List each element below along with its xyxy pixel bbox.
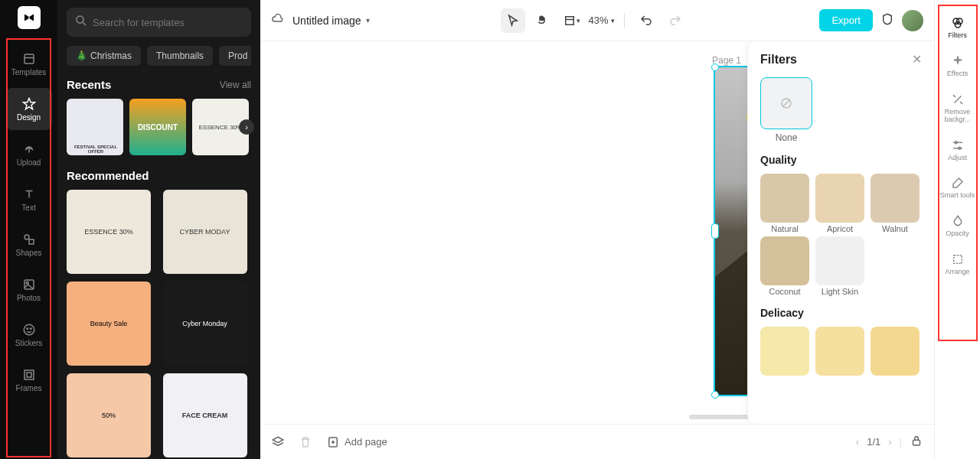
rr-filters[interactable]: Filters [939, 11, 976, 44]
rail-label: Shapes [16, 249, 42, 257]
svg-point-6 [24, 324, 34, 335]
recents-title: Recents [67, 78, 111, 91]
rr-remove-bg[interactable]: Remove backgr... [939, 87, 976, 129]
svg-rect-36 [953, 256, 962, 264]
lock-button[interactable] [910, 434, 923, 450]
shield-icon[interactable] [880, 12, 894, 29]
category-chips: 🎄Christmas Thumbnails Prod [67, 46, 251, 66]
document-title[interactable]: Untitled image [292, 15, 361, 27]
filter-delicacy-2[interactable] [815, 327, 864, 377]
rail-label: Text [21, 203, 35, 212]
filter-light-skin[interactable]: Light Skin [815, 236, 864, 296]
bottom-bar: Add page ‹ 1/1 › | [260, 424, 934, 459]
rail-upload[interactable]: Upload [6, 133, 52, 175]
delete-button[interactable] [299, 435, 312, 449]
smart-tools-icon [950, 175, 965, 190]
search-input[interactable] [93, 17, 243, 28]
rr-adjust[interactable]: Adjust [939, 133, 976, 167]
effects-icon [950, 54, 965, 69]
svg-point-2 [24, 235, 29, 239]
template-thumb[interactable]: Beauty Sale [67, 282, 151, 366]
filter-natural[interactable]: Natural [760, 174, 809, 233]
filter-delicacy-3[interactable] [871, 327, 920, 377]
resize-handle-bl[interactable] [711, 391, 719, 399]
app-logo[interactable] [18, 6, 41, 29]
title-dropdown[interactable]: ▾ [366, 16, 370, 24]
filter-none[interactable] [760, 77, 812, 129]
rail-shapes[interactable]: Shapes [6, 223, 52, 265]
filter-row: Natural Apricot Walnut [760, 174, 922, 233]
next-page[interactable]: › [888, 436, 891, 448]
rr-opacity[interactable]: Opacity [939, 209, 976, 243]
rail-stickers[interactable]: Stickers [6, 314, 52, 356]
recommended-header: Recommended [67, 169, 251, 182]
zoom-control[interactable]: 43% ▾ [588, 15, 615, 26]
undo-button[interactable] [634, 8, 658, 33]
photos-icon [21, 277, 37, 292]
filter-category-quality: Quality [760, 154, 922, 166]
rr-label: Adjust [948, 155, 967, 162]
recents-row: FESTIVAL SPECIAL OFFER DISCOUNT ESSENCE … [67, 99, 251, 155]
filter-walnut[interactable]: Walnut [871, 174, 920, 233]
svg-rect-13 [566, 16, 574, 24]
filter-coconut[interactable]: Coconut [760, 236, 809, 296]
rr-label: Opacity [946, 230, 969, 238]
svg-point-7 [27, 328, 28, 330]
rr-smart-tools[interactable]: Smart tools [939, 171, 976, 204]
chip-thumbnails[interactable]: Thumbnails [147, 46, 213, 66]
hand-tool[interactable] [530, 8, 554, 33]
close-icon[interactable]: ✕ [912, 52, 922, 67]
user-avatar[interactable] [902, 10, 923, 31]
template-thumb[interactable]: 50% [67, 373, 151, 457]
rr-label: Filters [948, 32, 967, 40]
carousel-next[interactable]: › [239, 119, 254, 135]
filters-header: Filters ✕ [760, 52, 922, 67]
template-thumb[interactable]: ESSENCE 30% [67, 190, 151, 274]
rail-label: Design [17, 113, 41, 122]
resize-handle-tl[interactable] [711, 63, 719, 71]
templates-icon [21, 51, 37, 67]
rr-arrange[interactable]: Arrange [939, 247, 976, 281]
prev-page[interactable]: ‹ [856, 436, 859, 448]
template-thumb[interactable]: CYBER MODAY [163, 190, 247, 274]
filters-panel: Filters ✕ None Quality Natural Apricot W… [747, 41, 934, 424]
layers-button[interactable] [271, 435, 285, 449]
filter-delicacy-1[interactable] [760, 327, 809, 377]
filters-icon [950, 15, 965, 31]
select-tool[interactable] [501, 8, 525, 33]
divider [624, 13, 625, 28]
filter-category-delicacy: Delicacy [760, 307, 922, 319]
template-thumb[interactable]: FACE CREAM [163, 373, 247, 457]
filter-apricot[interactable]: Apricot [815, 174, 864, 233]
rail-frames[interactable]: Frames [6, 359, 52, 401]
add-page-button[interactable]: Add page [326, 435, 387, 449]
rail-templates[interactable]: Templates [6, 43, 52, 85]
filters-title: Filters [760, 53, 797, 67]
svg-point-31 [955, 22, 961, 28]
stickers-icon [21, 322, 37, 337]
rail-label: Stickers [15, 339, 43, 347]
left-rail: Templates Design Upload Text Shapes Phot… [0, 0, 57, 459]
rail-photos[interactable]: Photos [6, 269, 52, 311]
export-button[interactable]: Export [819, 9, 873, 31]
cloud-icon[interactable] [271, 12, 285, 29]
resize-tool[interactable]: ▾ [559, 8, 583, 33]
rail-text[interactable]: Text [6, 178, 52, 220]
rr-label: Smart tools [940, 192, 975, 200]
recents-view-all[interactable]: View all [220, 80, 251, 90]
template-thumb[interactable]: FESTIVAL SPECIAL OFFER [67, 99, 123, 155]
rr-effects[interactable]: Effects [939, 49, 976, 83]
main-area: Untitled image ▾ ▾ 43% ▾ Export Page 1 [260, 0, 934, 459]
template-thumb[interactable]: DISCOUNT [129, 99, 186, 155]
canvas-area: Page 1 CapCut [260, 41, 934, 424]
redo-button[interactable] [663, 8, 688, 33]
recents-header: Recents View all [67, 78, 251, 91]
filter-none-label: None [760, 132, 812, 143]
filter-row: Coconut Light Skin [760, 236, 922, 296]
chip-product[interactable]: Prod [219, 46, 251, 66]
search-box[interactable] [67, 8, 251, 37]
rail-design[interactable]: Design [6, 88, 52, 130]
chip-christmas[interactable]: 🎄Christmas [67, 46, 141, 66]
resize-handle-l[interactable] [711, 223, 719, 239]
template-thumb[interactable]: Cyber Monday [163, 282, 247, 366]
